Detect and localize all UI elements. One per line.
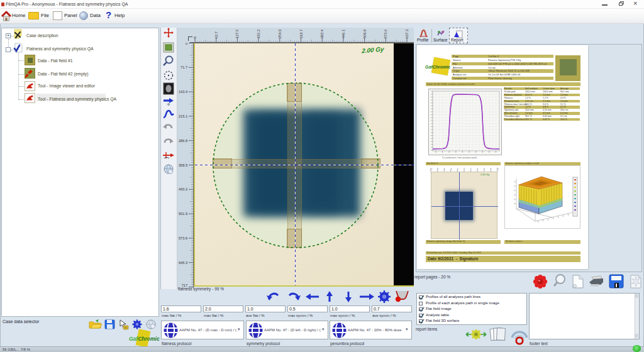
svg-text:501.9: 501.9 bbox=[179, 212, 187, 216]
svg-text:-6: -6 bbox=[443, 168, 445, 170]
svg-text:509.8: 509.8 bbox=[363, 30, 367, 38]
svg-text:358.5: 358.5 bbox=[179, 163, 187, 167]
svg-text:573.6: 573.6 bbox=[179, 236, 187, 240]
svg-text:191.2: 191.2 bbox=[257, 30, 260, 38]
svg-text:318.7: 318.7 bbox=[299, 30, 303, 38]
svg-text:2: 2 bbox=[470, 168, 472, 170]
svg-text:254.9: 254.9 bbox=[278, 30, 282, 38]
svg-text:127.5: 127.5 bbox=[235, 30, 239, 38]
svg-text:645.3: 645.3 bbox=[179, 261, 187, 265]
svg-text:63.7: 63.7 bbox=[214, 31, 218, 38]
svg-text:0: 0 bbox=[186, 43, 187, 45]
svg-text:8: 8 bbox=[491, 168, 492, 170]
svg-text:6: 6 bbox=[484, 168, 485, 170]
svg-text:382.4: 382.4 bbox=[320, 30, 324, 38]
svg-text:-2: -2 bbox=[457, 168, 458, 170]
svg-text:-10: -10 bbox=[430, 168, 433, 170]
svg-text:286.8: 286.8 bbox=[179, 139, 187, 143]
svg-text:-8: -8 bbox=[436, 168, 438, 170]
svg-text:446.1: 446.1 bbox=[341, 30, 345, 38]
svg-text:573.6: 573.6 bbox=[384, 30, 387, 38]
svg-text:4: 4 bbox=[477, 168, 478, 170]
svg-text:-4: -4 bbox=[450, 168, 452, 170]
svg-text:71.7: 71.7 bbox=[180, 65, 187, 69]
svg-text:10: 10 bbox=[496, 168, 499, 170]
svg-text:215.1: 215.1 bbox=[179, 114, 187, 118]
svg-text:0: 0 bbox=[464, 168, 465, 170]
svg-text:143.4: 143.4 bbox=[179, 90, 187, 94]
svg-text:0: 0 bbox=[193, 36, 197, 38]
svg-text:430.2: 430.2 bbox=[179, 187, 187, 191]
svg-text:637.3: 637.3 bbox=[405, 30, 409, 38]
